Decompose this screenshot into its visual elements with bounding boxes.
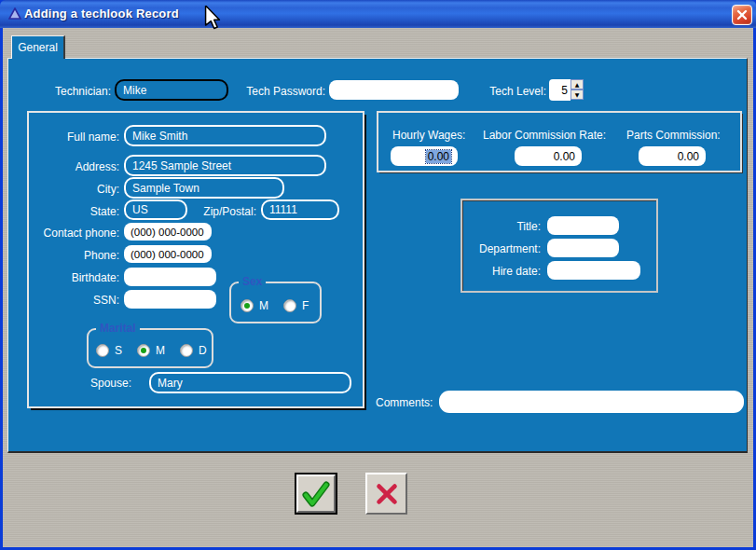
marital-groupbox: Marital S M D — [87, 328, 213, 368]
birthdate-field[interactable] — [124, 268, 216, 286]
titlebar: Adding a techlook Record — [0, 0, 756, 28]
window-title: Adding a techlook Record — [24, 7, 179, 21]
employment-groupbox: Title: Department: Hire date: — [460, 199, 658, 293]
tech-level-value: 5 — [561, 84, 568, 97]
ssn-field[interactable] — [124, 290, 216, 309]
state-field[interactable]: US — [124, 199, 187, 220]
labor-commission-field[interactable]: 0.00 — [515, 146, 582, 166]
sex-radio-f[interactable] — [283, 299, 296, 312]
marital-radio-d-label: D — [199, 344, 207, 357]
technician-value: Mike — [123, 84, 146, 97]
phone-field[interactable]: (000) 000-0000 — [124, 245, 212, 263]
contact-phone-value: (000) 000-0000 — [131, 227, 204, 238]
parts-commission-value: 0.00 — [678, 150, 699, 163]
zip-label: Zip/Postal: — [192, 205, 256, 218]
sex-caption: Sex — [239, 275, 266, 288]
hourly-wages-field[interactable]: 0.00 — [391, 146, 458, 166]
labor-commission-label: Labor Commission Rate: — [483, 129, 606, 142]
city-value: Sample Town — [132, 182, 199, 195]
tech-level-label: Tech Level: — [479, 85, 546, 98]
parts-commission-field[interactable]: 0.00 — [639, 146, 706, 166]
hourly-wages-value: 0.00 — [426, 150, 451, 163]
wages-groupbox: Hourly Wages: Labor Commission Rate: Par… — [377, 111, 742, 172]
contact-phone-label: Contact phone: — [31, 227, 119, 240]
labor-commission-value: 0.00 — [554, 150, 575, 163]
birthdate-label: Birthdate: — [31, 271, 119, 284]
tab-general-label: General — [18, 41, 58, 54]
spin-up-icon[interactable]: ▲ — [570, 79, 584, 89]
phone-label: Phone: — [31, 249, 119, 262]
title-field[interactable] — [547, 216, 619, 235]
spin-down-icon[interactable]: ▼ — [570, 89, 584, 100]
red-cross-icon — [373, 480, 401, 508]
address-field[interactable]: 1245 Sample Street — [124, 155, 326, 176]
full-name-label: Full name: — [31, 131, 119, 144]
technician-label: Technician: — [18, 85, 111, 98]
cancel-button[interactable] — [365, 473, 407, 515]
hourly-wages-label: Hourly Wages: — [392, 129, 465, 142]
state-value: US — [132, 203, 148, 216]
green-check-icon — [301, 479, 331, 509]
sex-radio-m[interactable] — [241, 299, 254, 312]
marital-radio-d[interactable] — [180, 344, 193, 357]
zip-field[interactable]: 11111 — [261, 199, 339, 220]
ssn-label: SSN: — [31, 294, 119, 307]
address-label: Address: — [31, 160, 119, 173]
tech-level-field[interactable]: 5 — [549, 79, 570, 101]
parts-commission-label: Parts Commission: — [626, 129, 721, 142]
city-label: City: — [31, 183, 119, 196]
tech-password-field[interactable] — [329, 80, 459, 100]
hire-date-label: Hire date: — [466, 265, 541, 278]
marital-radio-s-label: S — [115, 344, 122, 357]
comments-field[interactable] — [439, 391, 744, 413]
full-name-field[interactable]: Mike Smith — [124, 125, 326, 146]
marital-radio-m[interactable] — [137, 344, 150, 357]
tech-level-spinner: ▲ ▼ — [570, 79, 584, 100]
marital-radio-s[interactable] — [96, 344, 109, 357]
comments-label: Comments: — [376, 396, 433, 409]
hire-date-field[interactable] — [547, 261, 640, 280]
tech-password-label: Tech Password: — [237, 85, 325, 98]
sex-radio-f-label: F — [302, 299, 309, 312]
department-label: Department: — [466, 242, 541, 255]
marital-caption: Marital — [96, 322, 140, 335]
close-x-icon — [736, 9, 748, 21]
city-field[interactable]: Sample Town — [124, 177, 284, 199]
tab-general[interactable]: General — [11, 35, 65, 59]
spouse-value: Mary — [158, 377, 183, 390]
department-field[interactable] — [547, 239, 619, 257]
spouse-field[interactable]: Mary — [149, 372, 351, 393]
close-button[interactable] — [732, 5, 752, 25]
ok-button[interactable] — [295, 473, 337, 515]
sex-radio-m-label: M — [259, 299, 268, 312]
address-value: 1245 Sample Street — [132, 159, 231, 172]
general-tab-panel: Technician: Mike Tech Password: Tech Lev… — [7, 58, 748, 453]
phone-value: (000) 000-0000 — [131, 249, 204, 260]
state-label: State: — [31, 205, 119, 218]
zip-value: 11111 — [269, 203, 297, 216]
technician-field[interactable]: Mike — [115, 79, 228, 101]
full-name-value: Mike Smith — [132, 130, 187, 143]
personal-info-groupbox: Full name: Mike Smith Address: 1245 Samp… — [27, 111, 364, 408]
app-delta-icon — [8, 7, 21, 21]
marital-radio-m-label: M — [156, 344, 165, 357]
spouse-label: Spouse: — [57, 377, 131, 390]
contact-phone-field[interactable]: (000) 000-0000 — [124, 223, 212, 241]
sex-groupbox: Sex M F — [229, 282, 322, 323]
title-label: Title: — [466, 220, 541, 233]
